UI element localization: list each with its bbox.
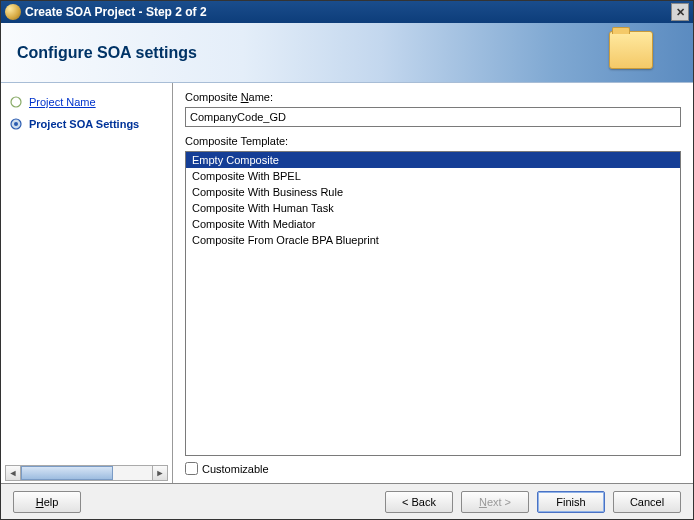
- customizable-checkbox[interactable]: [185, 462, 198, 475]
- step-label: Project SOA Settings: [29, 118, 139, 130]
- template-listbox[interactable]: Empty CompositeComposite With BPELCompos…: [185, 151, 681, 456]
- step-soa-settings: Project SOA Settings: [1, 113, 172, 135]
- step-complete-icon: [9, 95, 23, 109]
- title-bar[interactable]: Create SOA Project - Step 2 of 2 ✕: [1, 1, 693, 23]
- list-item[interactable]: Composite With Business Rule: [186, 184, 680, 200]
- scroll-track[interactable]: [21, 465, 152, 481]
- wizard-header: Configure SOA settings: [1, 23, 693, 83]
- back-button[interactable]: < Back: [385, 491, 453, 513]
- composite-template-label: Composite Template:: [185, 135, 681, 147]
- close-icon[interactable]: ✕: [671, 3, 689, 21]
- composite-name-input[interactable]: [185, 107, 681, 127]
- list-item[interactable]: Composite With Human Task: [186, 200, 680, 216]
- svg-point-2: [14, 122, 18, 126]
- step-project-name[interactable]: Project Name: [1, 91, 172, 113]
- list-item[interactable]: Composite With BPEL: [186, 168, 680, 184]
- page-title: Configure SOA settings: [17, 44, 197, 62]
- step-sidebar: Project Name Project SOA Settings ◄ ►: [1, 83, 173, 483]
- list-item[interactable]: Composite From Oracle BPA Blueprint: [186, 232, 680, 248]
- button-bar: Help < Back Next > Finish Cancel: [1, 483, 693, 519]
- list-item[interactable]: Empty Composite: [186, 152, 680, 168]
- scroll-thumb[interactable]: [21, 466, 113, 480]
- app-icon: [5, 4, 21, 20]
- form-panel: Composite Name: Composite Template: Empt…: [173, 83, 693, 483]
- window-title: Create SOA Project - Step 2 of 2: [25, 5, 671, 19]
- finish-button[interactable]: Finish: [537, 491, 605, 513]
- step-link[interactable]: Project Name: [29, 96, 96, 108]
- cancel-button[interactable]: Cancel: [613, 491, 681, 513]
- sidebar-scrollbar[interactable]: ◄ ►: [5, 465, 168, 481]
- svg-point-0: [11, 97, 21, 107]
- list-item[interactable]: Composite With Mediator: [186, 216, 680, 232]
- scroll-right-icon[interactable]: ►: [152, 465, 168, 481]
- customizable-label[interactable]: Customizable: [202, 463, 269, 475]
- folder-icon: [609, 31, 653, 69]
- composite-name-label: Composite Name:: [185, 91, 681, 103]
- scroll-left-icon[interactable]: ◄: [5, 465, 21, 481]
- step-current-icon: [9, 117, 23, 131]
- help-button[interactable]: Help: [13, 491, 81, 513]
- next-button: Next >: [461, 491, 529, 513]
